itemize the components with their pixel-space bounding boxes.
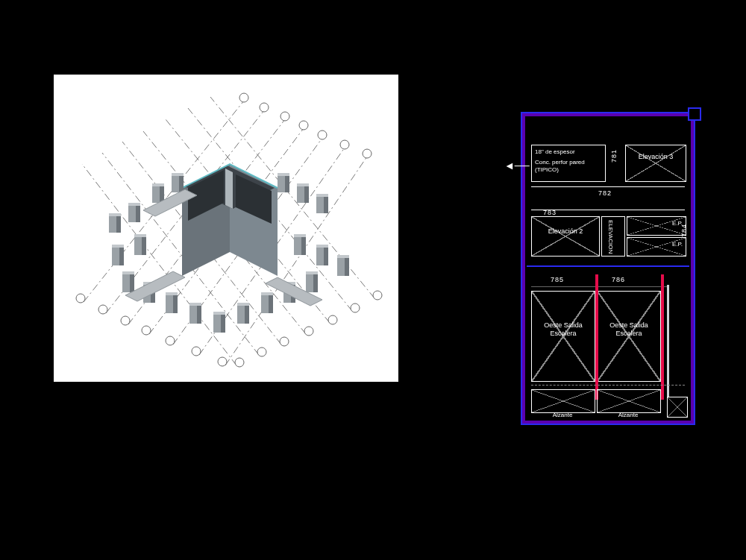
elevation3-label: Elevación 3 (626, 153, 686, 161)
svg-marker-38 (225, 169, 233, 209)
svg-rect-42 (130, 274, 134, 292)
elevation3-cell: Elevación 3 (625, 145, 686, 182)
svg-point-30 (328, 315, 337, 324)
svg-rect-67 (306, 271, 318, 274)
svg-rect-83 (152, 186, 160, 203)
red-marker-1 (595, 274, 598, 400)
pointer-arrow-icon: ◄── (504, 160, 530, 172)
svg-rect-77 (316, 248, 324, 265)
svg-point-20 (363, 149, 372, 158)
grid-784: 784 (680, 224, 688, 237)
svg-rect-79 (316, 245, 328, 248)
svg-point-15 (260, 103, 269, 112)
grid-782: 782 (598, 189, 612, 197)
grid-786: 786 (612, 276, 625, 283)
alzante-1-cell (531, 389, 595, 413)
svg-rect-51 (197, 306, 201, 324)
svg-point-33 (257, 347, 266, 356)
svg-rect-55 (213, 312, 225, 315)
svg-rect-53 (213, 315, 221, 333)
svg-point-31 (304, 327, 313, 336)
svg-rect-98 (128, 206, 136, 222)
stair-west-2-label: Oeste Salida Escalera (598, 321, 660, 338)
svg-rect-93 (304, 186, 309, 203)
light-marker (667, 285, 669, 397)
lower-top-rule (531, 286, 668, 287)
svg-rect-54 (221, 315, 225, 333)
svg-point-21 (76, 294, 85, 303)
svg-rect-95 (316, 197, 324, 213)
svg-point-22 (98, 305, 107, 314)
ep-top-cell: E.P. (627, 216, 686, 236)
svg-point-16 (280, 112, 289, 121)
svg-rect-78 (324, 248, 328, 265)
grid-781: 781 (610, 149, 618, 163)
svg-rect-88 (172, 173, 184, 176)
mid-vertical-label: ELEVACION (606, 220, 614, 254)
svg-rect-72 (142, 237, 146, 255)
svg-rect-43 (122, 271, 134, 274)
svg-point-29 (351, 303, 360, 312)
svg-rect-52 (189, 303, 201, 306)
svg-point-19 (340, 140, 349, 149)
svg-point-14 (239, 93, 248, 102)
svg-rect-99 (136, 206, 140, 222)
sheet-corner-tab (688, 107, 701, 121)
svg-rect-101 (109, 216, 116, 233)
sheet-mid-divider (527, 265, 689, 267)
svg-rect-100 (128, 203, 140, 206)
svg-rect-73 (134, 234, 146, 237)
svg-rect-103 (109, 213, 121, 216)
svg-point-25 (166, 336, 175, 345)
dashed-separator (531, 385, 685, 386)
svg-rect-71 (134, 237, 142, 255)
svg-rect-82 (337, 255, 349, 258)
svg-rect-80 (337, 258, 345, 276)
alzante-2-label: Alzante (597, 412, 659, 419)
svg-rect-48 (173, 295, 178, 313)
svg-rect-74 (294, 237, 301, 255)
svg-point-23 (121, 316, 130, 325)
svg-point-27 (218, 357, 227, 366)
note-line1: 18" de espesor (535, 148, 602, 156)
svg-rect-41 (122, 274, 130, 292)
svg-rect-90 (285, 176, 289, 192)
isometric-3d-view (54, 75, 398, 382)
svg-rect-66 (313, 274, 318, 292)
svg-point-24 (142, 326, 151, 335)
svg-rect-69 (119, 248, 124, 265)
svg-rect-94 (297, 183, 309, 186)
isometric-svg (54, 75, 398, 382)
elevation2-cell: Elevación 2 (531, 216, 600, 257)
svg-rect-85 (152, 183, 164, 186)
svg-rect-97 (316, 194, 328, 197)
stair-west-1: Oeste Salida Escalera (531, 291, 595, 382)
svg-rect-86 (172, 176, 179, 192)
svg-rect-50 (189, 306, 197, 324)
svg-rect-89 (278, 176, 285, 192)
svg-rect-57 (245, 306, 249, 324)
grid-785: 785 (551, 276, 564, 283)
svg-rect-65 (306, 274, 313, 292)
note-cell: 18" de espesor Conc. perfor pared (TIPIC… (531, 145, 606, 182)
grid-783: 783 (543, 209, 557, 216)
ep-bot-cell: E.P. (627, 237, 686, 257)
stair-west-2: Oeste Salida Escalera (597, 291, 661, 382)
svg-point-17 (299, 121, 308, 130)
svg-point-34 (235, 358, 244, 367)
svg-rect-92 (297, 186, 304, 203)
svg-rect-81 (345, 258, 349, 276)
svg-rect-58 (237, 303, 249, 306)
svg-rect-91 (278, 173, 289, 176)
svg-rect-47 (166, 295, 173, 313)
svg-rect-60 (269, 295, 273, 313)
stair-west-1-label: Oeste Salida Escalera (532, 321, 595, 338)
svg-rect-56 (237, 306, 245, 324)
mid-narrow-cell: ELEVACION (601, 216, 625, 257)
svg-point-26 (192, 347, 201, 356)
svg-rect-75 (301, 237, 306, 255)
svg-point-18 (318, 130, 327, 139)
alzante-2-cell (597, 389, 661, 413)
svg-rect-70 (112, 245, 124, 248)
alzante-1-label: Alzante (531, 412, 594, 419)
